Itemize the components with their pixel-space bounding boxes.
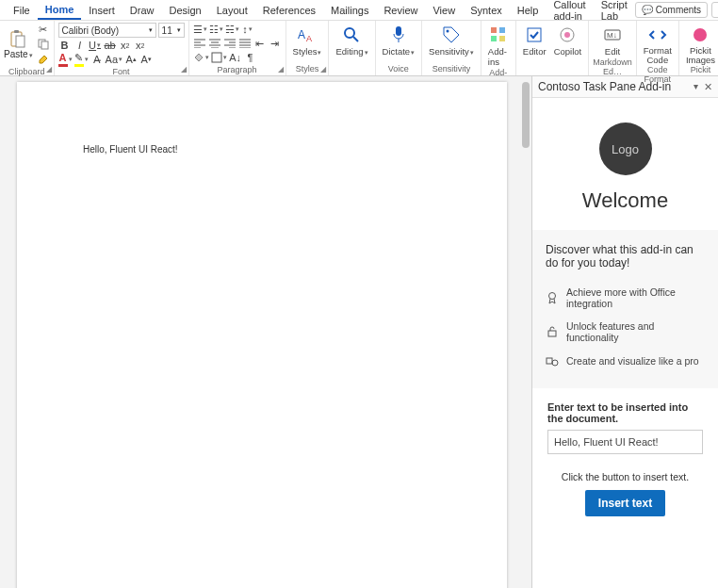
styles-launcher[interactable]: ◢: [320, 65, 326, 74]
group-label-styles: Styles: [290, 63, 325, 75]
comments-button[interactable]: 💬 Comments: [635, 2, 708, 18]
format-painter-button[interactable]: [37, 53, 50, 66]
underline-button[interactable]: U: [89, 39, 102, 52]
tab-layout[interactable]: Layout: [209, 2, 255, 19]
dictate-button[interactable]: Dictate: [380, 23, 418, 57]
taskpane-body: Logo Welcome Discover what this add-in c…: [532, 98, 718, 588]
feature-item: Create and visualize like a pro: [546, 349, 705, 373]
svg-rect-16: [499, 36, 505, 41]
font-size-dropdown[interactable]: 11▾: [158, 23, 185, 38]
addins-button[interactable]: Add-ins: [485, 23, 512, 67]
tab-syntex[interactable]: Syntex: [463, 2, 510, 19]
group-editor-copilot: Editor Copilot: [516, 21, 589, 75]
editing-button[interactable]: Editing: [333, 23, 370, 57]
scissors-icon: ✂: [39, 24, 47, 36]
group-clipboard: Paste ✂ Clipboard ◢: [0, 21, 55, 75]
bold-button[interactable]: B: [58, 39, 72, 52]
tab-design[interactable]: Design: [161, 2, 208, 19]
styles-label: Styles: [293, 46, 322, 57]
align-right-button[interactable]: [223, 37, 237, 50]
scroll-thumb[interactable]: [522, 82, 530, 148]
taskpane-subtitle: Discover what this add-in can do for you…: [532, 230, 718, 275]
copy-button[interactable]: [37, 38, 50, 51]
styles-icon: AA: [297, 24, 318, 45]
taskpane-menu-button[interactable]: ▾: [694, 81, 698, 93]
superscript-button[interactable]: x2: [134, 39, 147, 52]
tab-mailings[interactable]: Mailings: [323, 2, 376, 19]
pickit-button[interactable]: Pickit Images: [683, 23, 718, 64]
editor-button[interactable]: Editor: [520, 23, 549, 57]
tab-file[interactable]: File: [6, 2, 38, 19]
insert-text-input[interactable]: [547, 430, 703, 454]
vertical-scrollbar[interactable]: [520, 76, 531, 588]
tab-help[interactable]: Help: [510, 2, 547, 19]
tab-view[interactable]: View: [425, 2, 463, 19]
clear-formatting-button[interactable]: A̶: [90, 53, 104, 66]
shrink-font-button[interactable]: A▾: [139, 53, 153, 66]
bucket-icon: [193, 52, 204, 63]
styles-button[interactable]: AA Styles: [290, 23, 325, 57]
copilot-button[interactable]: Copilot: [551, 23, 585, 57]
group-label-paragraph: Paragraph: [193, 64, 282, 76]
markdown-edit-button[interactable]: M↓ Edit: [593, 23, 632, 57]
grow-font-button[interactable]: A▴: [124, 53, 138, 66]
cut-button[interactable]: ✂: [37, 23, 50, 36]
subscript-button[interactable]: x2: [119, 39, 132, 52]
taskpane-close-button[interactable]: ✕: [704, 81, 712, 93]
tab-draw[interactable]: Draw: [122, 2, 162, 19]
pickit-label: Pickit Images: [686, 46, 715, 64]
borders-button[interactable]: [211, 51, 227, 64]
highlighter-icon: ✎: [74, 53, 83, 63]
linespacing-icon: ↕: [242, 24, 248, 35]
copy-icon: [38, 39, 49, 50]
comments-label: Comments: [656, 5, 701, 15]
copilot-label: Copilot: [554, 46, 582, 57]
show-marks-button[interactable]: ¶: [244, 51, 257, 64]
justify-button[interactable]: [238, 37, 252, 50]
bullets-button[interactable]: ☰: [193, 23, 207, 36]
svg-text:A: A: [298, 28, 305, 41]
clipboard-launcher[interactable]: ◢: [46, 65, 52, 74]
linespacing-button[interactable]: ↕: [241, 23, 254, 36]
multilevel-button[interactable]: ☵: [225, 23, 239, 36]
editing-mode-dropdown[interactable]: ✎ Editing: [711, 2, 718, 18]
pilcrow-icon: ¶: [248, 52, 253, 63]
tab-references[interactable]: References: [255, 2, 323, 19]
comment-icon: 💬: [642, 5, 653, 15]
tab-insert[interactable]: Insert: [81, 2, 122, 19]
svg-text:M↓: M↓: [607, 31, 617, 40]
borders-icon: [211, 52, 222, 63]
sensitivity-button[interactable]: Sensitivity: [426, 23, 477, 57]
increase-indent-button[interactable]: ⇥: [269, 37, 282, 50]
paste-button[interactable]: Paste: [4, 30, 33, 59]
task-pane: Contoso Task Pane Add-in ▾ ✕ Logo Welcom…: [531, 76, 718, 588]
align-center-button[interactable]: [208, 37, 221, 50]
format-code-button[interactable]: Format Code: [641, 23, 675, 64]
group-markdown: M↓ Edit Markdown Ed…: [589, 21, 637, 75]
document-area: Hello, Fluent UI React!: [0, 76, 520, 588]
paragraph-launcher[interactable]: ◢: [278, 65, 284, 74]
feature-item: Achieve more with Office integration: [546, 281, 705, 315]
feature-text: Unlock features and functionality: [566, 320, 705, 343]
document-page[interactable]: Hello, Fluent UI React!: [17, 82, 507, 588]
numbering-button[interactable]: ☷: [209, 23, 223, 36]
form-help-text: Click the button to insert text.: [547, 471, 703, 482]
italic-button[interactable]: I: [73, 39, 87, 52]
font-launcher[interactable]: ◢: [181, 65, 187, 74]
highlight-button[interactable]: ✎: [74, 53, 89, 66]
decrease-indent-button[interactable]: ⇤: [253, 37, 267, 50]
svg-rect-26: [548, 331, 556, 336]
align-left-button[interactable]: [193, 37, 206, 50]
svg-point-19: [564, 32, 570, 38]
change-case-button[interactable]: Aa: [106, 53, 122, 66]
shapes-icon: [546, 354, 559, 368]
strikethrough-button[interactable]: ab: [104, 39, 117, 52]
feature-text: Achieve more with Office integration: [566, 286, 705, 309]
sort-button[interactable]: A↓: [229, 51, 242, 64]
tab-review[interactable]: Review: [376, 2, 425, 19]
font-name-dropdown[interactable]: Calibri (Body)▾: [58, 23, 156, 38]
font-color-button[interactable]: A: [58, 53, 73, 66]
insert-text-button[interactable]: Insert text: [585, 490, 665, 516]
tab-home[interactable]: Home: [38, 1, 82, 20]
shading-button[interactable]: [193, 51, 209, 64]
